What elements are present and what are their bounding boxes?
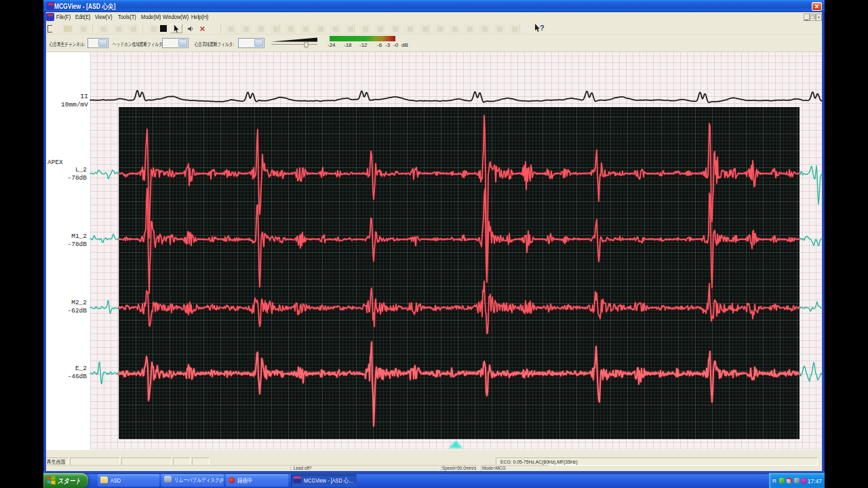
svg-text:?: ? xyxy=(540,24,545,32)
